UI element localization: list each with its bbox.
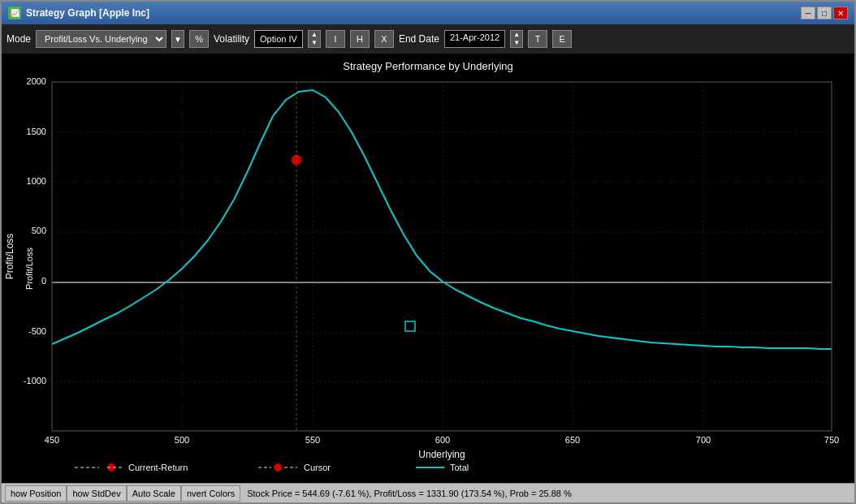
svg-rect-1 [52,82,832,431]
status-bar: how Position how StdDev Auto Scale nvert… [2,483,854,502]
svg-text:-1000: -1000 [24,376,46,386]
spinbox-controls: ▲ ▼ [308,30,321,48]
date-spinbox-down[interactable]: ▼ [511,39,522,47]
option-iv-button[interactable]: Option IV [254,30,303,48]
svg-text:450: 450 [45,435,59,445]
end-date-label: End Date [399,33,439,45]
svg-text:Underlying: Underlying [418,449,465,460]
svg-text:500: 500 [32,226,46,235]
mode-label: Mode [6,33,31,45]
svg-text:Total: Total [450,463,469,472]
svg-text:500: 500 [175,435,189,445]
toolbar: Mode Profit/Loss Vs. Underlying ▼ % Vola… [2,24,854,54]
spinbox-up[interactable]: ▲ [309,31,320,39]
svg-text:Current-Return: Current-Return [128,463,188,472]
date-spinbox-up[interactable]: ▲ [511,31,522,39]
svg-text:700: 700 [696,435,711,445]
percent-button[interactable]: % [189,30,209,48]
show-position-button[interactable]: how Position [5,485,67,502]
h-button[interactable]: H [350,30,370,48]
svg-text:0: 0 [41,276,46,286]
svg-text:600: 600 [435,435,450,445]
svg-text:Cursor: Cursor [304,463,331,472]
main-window: 📈 Strategy Graph [Apple Inc] ─ □ ✕ Mode … [0,0,856,504]
svg-text:1000: 1000 [27,176,46,186]
svg-text:650: 650 [565,435,580,445]
mode-select[interactable]: Profit/Loss Vs. Underlying [36,30,166,48]
date-spinbox-controls: ▲ ▼ [510,30,523,48]
title-controls: ─ □ ✕ [801,6,848,19]
svg-text:750: 750 [824,435,839,445]
end-date-value: 21-Apr-2012 [444,30,505,48]
svg-text:-500: -500 [28,326,46,336]
chart-svg: 2000 1500 1000 500 0 -500 -1000 450 500 … [2,54,854,483]
svg-text:2000: 2000 [27,76,46,86]
svg-point-41 [274,463,282,472]
auto-scale-button[interactable]: Auto Scale [127,485,181,502]
title-bar-left: 📈 Strategy Graph [Apple Inc] [8,6,149,19]
title-bar: 📈 Strategy Graph [Apple Inc] ─ □ ✕ [2,2,854,24]
mode-dropdown[interactable]: ▼ [171,30,184,48]
svg-text:Profit/Loss: Profit/Loss [4,234,15,280]
svg-text:1500: 1500 [27,127,46,136]
show-stddev-button[interactable]: how StdDev [67,485,126,502]
svg-text:550: 550 [305,435,320,445]
t-button[interactable]: T [528,30,547,48]
window-title: Strategy Graph [Apple Inc] [26,7,149,19]
invert-colors-button[interactable]: nvert Colors [181,485,240,502]
e-button[interactable]: E [552,30,572,48]
status-text: Stock Price = 544.69 (-7.61 %), Profit/L… [240,489,851,498]
close-button[interactable]: ✕ [833,6,848,19]
app-icon: 📈 [8,6,21,19]
minimize-button[interactable]: ─ [801,6,815,19]
i-button[interactable]: I [326,30,345,48]
maximize-button[interactable]: □ [817,6,832,19]
chart-area: Strategy Performance by Underlying Profi… [2,54,854,483]
x-button[interactable]: X [374,30,394,48]
volatility-label: Volatility [214,33,249,45]
spinbox-down[interactable]: ▼ [309,39,320,47]
